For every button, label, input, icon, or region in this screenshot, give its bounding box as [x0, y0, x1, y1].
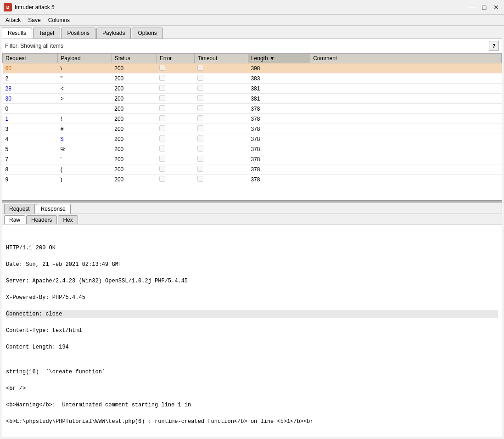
- table-row[interactable]: 7'200378: [3, 154, 502, 164]
- cell-error-checkbox: [159, 156, 165, 162]
- cell-timeout: [195, 104, 248, 114]
- col-header-length[interactable]: Length ▼: [248, 54, 310, 63]
- cell-status: 200: [112, 63, 157, 73]
- col-header-payload[interactable]: Payload: [58, 54, 112, 63]
- cell-comment: [310, 63, 502, 73]
- cell-request: 30: [3, 94, 58, 104]
- cell-status: 200: [112, 124, 157, 134]
- cell-timeout-checkbox: [197, 65, 203, 71]
- response-line: X-Powered-By: PHP/5.4.45: [6, 293, 498, 302]
- cell-timeout-checkbox: [197, 105, 203, 111]
- table-row[interactable]: 28<200381: [3, 84, 502, 94]
- cell-timeout-checkbox: [197, 156, 203, 162]
- bottom-tab-bar: Request Response: [2, 203, 502, 214]
- cell-status: 200: [112, 144, 157, 154]
- col-header-comment[interactable]: Comment: [310, 54, 502, 63]
- cell-payload: >: [58, 94, 112, 104]
- cell-timeout: [195, 63, 248, 73]
- tab-target[interactable]: Target: [33, 28, 60, 39]
- tab-positions[interactable]: Positions: [61, 28, 95, 39]
- cell-request: 2: [3, 73, 58, 84]
- cell-payload: \: [58, 63, 112, 73]
- filter-text: Filter: Showing all items: [5, 43, 489, 49]
- cell-comment: [310, 114, 502, 124]
- table-row[interactable]: 1!200378: [3, 114, 502, 124]
- maximize-button[interactable]: □: [480, 3, 488, 11]
- cell-timeout-checkbox: [197, 176, 203, 182]
- cell-length: 378: [248, 164, 310, 174]
- response-line: <b>E:\phpstudy\PHPTutorial\WWW\test.php(…: [6, 417, 498, 426]
- tab-options[interactable]: Options: [132, 28, 162, 39]
- response-line: Date: Sun, 21 Feb 2021 02:13:49 GMT: [6, 260, 498, 269]
- cell-status: 200: [112, 134, 157, 144]
- col-header-status[interactable]: Status: [112, 54, 157, 63]
- cell-length: 381: [248, 94, 310, 104]
- menu-columns[interactable]: Columns: [45, 16, 73, 24]
- cell-length: 378: [248, 174, 310, 182]
- table-row[interactable]: 2"200383: [3, 73, 502, 84]
- table-row[interactable]: 30>200381: [3, 94, 502, 104]
- cell-length: 378: [248, 104, 310, 114]
- cell-timeout: [195, 94, 248, 104]
- response-line: Content-Type: text/html: [6, 326, 498, 335]
- menu-save[interactable]: Save: [24, 16, 44, 24]
- tab-request[interactable]: Request: [4, 204, 35, 214]
- cell-payload: <: [58, 84, 112, 94]
- cell-status: 200: [112, 104, 157, 114]
- sub-tab-raw[interactable]: Raw: [4, 215, 25, 224]
- table-row[interactable]: 0200378: [3, 104, 502, 114]
- col-header-error[interactable]: Error: [157, 54, 195, 63]
- tab-response[interactable]: Response: [36, 204, 71, 214]
- cell-length: 378: [248, 154, 310, 164]
- table-row[interactable]: 5%200378: [3, 144, 502, 154]
- cell-error: [157, 134, 195, 144]
- filter-help-button[interactable]: ?: [489, 41, 499, 51]
- table-scroll[interactable]: Request Payload Status Error Timeout Len…: [2, 53, 502, 182]
- cell-length: 383: [248, 73, 310, 84]
- cell-timeout: [195, 164, 248, 174]
- minimize-button[interactable]: —: [468, 3, 476, 11]
- tab-results[interactable]: Results: [2, 28, 32, 39]
- response-line: <br />: [6, 384, 498, 393]
- col-header-timeout[interactable]: Timeout: [195, 54, 248, 63]
- main-container: Results Target Positions Payloads Option…: [0, 26, 504, 439]
- cell-error-checkbox: [159, 146, 165, 152]
- split-pane: Request Payload Status Error Timeout Len…: [2, 53, 502, 439]
- cell-error-checkbox: [159, 125, 165, 131]
- cell-error-checkbox: [159, 75, 165, 81]
- cell-error: [157, 114, 195, 124]
- cell-error: [157, 124, 195, 134]
- response-line: Content-Length: 194: [6, 343, 498, 351]
- menu-attack[interactable]: Attack: [2, 16, 24, 24]
- col-header-request[interactable]: Request: [3, 54, 58, 63]
- cell-error: [157, 63, 195, 73]
- cell-request: 0: [3, 104, 58, 114]
- cell-error: [157, 84, 195, 94]
- cell-request: 28: [3, 84, 58, 94]
- search-bar: ? < + > 0 matches: [2, 437, 502, 439]
- table-row[interactable]: 4$200378: [3, 134, 502, 144]
- table-row[interactable]: 3#200378: [3, 124, 502, 134]
- cell-error-checkbox: [159, 135, 165, 141]
- response-content: HTTP/1.1 200 OKDate: Sun, 21 Feb 2021 02…: [2, 225, 502, 437]
- sub-tab-bar: Raw Headers Hex: [2, 214, 502, 225]
- table-row[interactable]: 9)200378: [3, 174, 502, 182]
- cell-error: [157, 73, 195, 84]
- cell-comment: [310, 73, 502, 84]
- cell-comment: [310, 124, 502, 134]
- cell-request: 8: [3, 164, 58, 174]
- cell-request: 1: [3, 114, 58, 124]
- tab-payloads[interactable]: Payloads: [96, 28, 131, 39]
- cell-length: 378: [248, 124, 310, 134]
- cell-error-checkbox: [159, 65, 165, 71]
- table-row[interactable]: 8(200378: [3, 164, 502, 174]
- close-button[interactable]: ✕: [492, 3, 500, 11]
- cell-error: [157, 174, 195, 182]
- cell-length: 378: [248, 134, 310, 144]
- table-row[interactable]: 60\200398: [3, 63, 502, 73]
- cell-comment: [310, 164, 502, 174]
- sub-tab-hex[interactable]: Hex: [58, 215, 78, 224]
- app-title: Intruder attack 5: [15, 4, 468, 11]
- sub-tab-headers[interactable]: Headers: [26, 215, 57, 224]
- content-area: Filter: Showing all items ? Request Payl…: [2, 39, 502, 439]
